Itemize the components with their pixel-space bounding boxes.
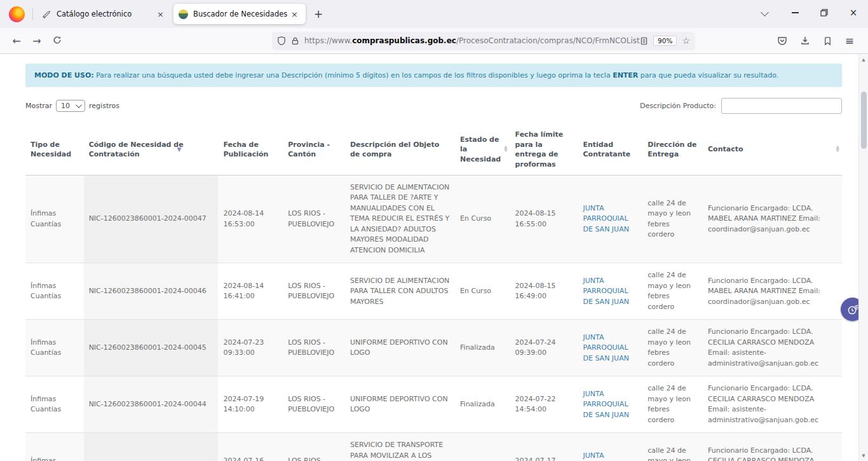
header-entidad[interactable]: Entidad Contratante (578, 124, 643, 175)
entidad-link[interactable]: JUNTA PARROQUIAL DE SAN JUAN (583, 204, 629, 233)
cell-entidad: JUNTA PARROQUIAL DE SAN JUAN (578, 433, 643, 461)
tab-divider (32, 8, 33, 20)
scrollbar-thumb[interactable] (861, 92, 867, 149)
header-label: Fecha límite para la entrega de proforma… (515, 130, 564, 168)
extensions-icon[interactable] (823, 36, 832, 46)
cell-descripcion: UNIFORME DEPORTIVO CON LOGO (345, 376, 455, 433)
window-close-button[interactable]: × (839, 0, 868, 25)
header-descripcion[interactable]: Descripción del Objeto de compra (345, 124, 455, 175)
firefox-logo-icon[interactable] (9, 6, 25, 22)
pocket-icon[interactable] (777, 36, 787, 46)
entidad-link[interactable]: JUNTA PARROQUIAL DE SAN JUAN (583, 451, 629, 461)
header-tipo-necesidad[interactable]: Tipo de Necesidad (25, 124, 84, 175)
cell-fecha-limite: 2024-07-17 11:10:00 (510, 433, 578, 461)
header-fecha-limite[interactable]: Fecha límite para la entrega de proforma… (510, 124, 578, 175)
cell-contacto: Funcionario Encargado: LCDA. MABEL ARANA… (703, 175, 842, 263)
cell-direccion: calle 24 de mayo y leon febres cordero (642, 376, 703, 433)
page-size-select[interactable]: 10 (56, 100, 85, 112)
cell-codigo: NIC-1260023860001-2024-00044 (84, 376, 219, 433)
table-row[interactable]: Ínfimas Cuantías NIC-1260023860001-2024-… (25, 263, 842, 320)
minimize-icon (792, 12, 799, 13)
reader-view-icon[interactable] (640, 37, 648, 45)
cell-contacto: Funcionario Encargado: LCDA. CECILIA CAR… (703, 376, 842, 433)
cell-codigo: NIC-1260023860001-2024-00045 (84, 320, 219, 376)
cell-contacto: Funcionario Encargado: LCDA. CECILIA CAR… (703, 433, 842, 461)
cell-direccion: calle 24 de mayo y leon febres cordero (642, 175, 703, 263)
new-tab-button[interactable]: + (308, 6, 329, 22)
url-domain: compraspublicas.gob.ec (352, 36, 456, 45)
cell-codigo: NIC-1260023860001-2024-00043 (84, 433, 219, 461)
header-label: Tipo de Necesidad (31, 141, 71, 158)
banner-bold-enter: ENTER (613, 71, 638, 79)
buscador-favicon-icon (179, 10, 188, 19)
vertical-scrollbar[interactable]: ▲ ▼ (858, 55, 868, 461)
tab-list-chevron-icon[interactable] (761, 8, 769, 17)
winged-clock-icon (846, 303, 860, 317)
reload-button[interactable] (47, 35, 67, 47)
banner-bold-prefix: MODO DE USO: (34, 71, 94, 79)
cell-provincia-canton: LOS RIOS - PUEBLOVIEJO (283, 320, 345, 376)
descripcion-producto-input[interactable] (721, 98, 842, 114)
filter-group: Descripción Producto: (640, 98, 842, 114)
cell-fecha-publicacion: 2024-08-14 16:53:00 (218, 175, 283, 263)
cell-tipo-necesidad: Ínfimas Cuantías (25, 320, 84, 376)
header-direccion[interactable]: Dirección de Entrega (642, 124, 703, 175)
forward-button[interactable]: → (27, 35, 47, 47)
tab-close-icon[interactable]: × (154, 10, 166, 19)
entidad-link[interactable]: JUNTA PARROQUIAL DE SAN JUAN (583, 390, 629, 419)
header-fecha-publicacion[interactable]: Fecha de Publicación (218, 124, 283, 175)
window-maximize-button[interactable] (810, 0, 839, 25)
zoom-level-button[interactable]: 90% (653, 36, 677, 46)
header-label: Estado de la Necesidad (460, 135, 501, 163)
lock-icon[interactable] (291, 37, 299, 45)
sort-desc-icon[interactable]: ▼ (177, 146, 181, 154)
sort-both-icon[interactable]: ▲▼ (836, 146, 839, 153)
cell-estado: Finalizada (455, 320, 510, 376)
reload-icon (53, 36, 62, 45)
filter-label: Descripción Producto: (640, 102, 716, 110)
sort-both-icon[interactable]: ▲▼ (504, 146, 507, 153)
entidad-link[interactable]: JUNTA PARROQUIAL DE SAN JUAN (583, 277, 629, 306)
browser-tab-bar: Catálogo electrónico × Buscador de Neces… (0, 0, 868, 28)
scrollbar-down-icon[interactable]: ▼ (859, 453, 868, 458)
cell-tipo-necesidad: Ínfimas Cuantías (25, 263, 84, 320)
browser-toolbar: ← → https://www.compraspublicas.gob.ec/P… (0, 28, 868, 54)
download-icon[interactable] (800, 36, 810, 46)
tab-catalogo-electronico[interactable]: Catálogo electrónico × (37, 0, 172, 28)
table-row[interactable]: Ínfimas Cuantías NIC-1260023860001-2024-… (25, 320, 842, 376)
header-codigo[interactable]: Código de Necesidad de Contratación▼ (84, 124, 219, 175)
page-content: MODO DE USO: Para realizar una búsqueda … (0, 54, 868, 461)
window-minimize-button[interactable] (780, 0, 810, 25)
url-text[interactable]: https://www.compraspublicas.gob.ec/Proce… (304, 36, 640, 45)
header-provincia-canton[interactable]: Provincia - Cantón (283, 124, 345, 175)
cell-contacto: Funcionario Encargado: LCDA. CECILIA CAR… (703, 320, 842, 376)
header-estado[interactable]: Estado de la Necesidad▲▼ (455, 124, 510, 175)
shield-icon[interactable] (277, 36, 286, 45)
header-label: Contacto (708, 145, 743, 153)
scrollbar-up-icon[interactable]: ▲ (859, 57, 868, 62)
back-button[interactable]: ← (6, 35, 27, 47)
cell-estado: En Curso (455, 175, 510, 263)
tab-buscador-necesidades[interactable]: Buscador de Necesidades de Co × (173, 4, 306, 24)
table-row[interactable]: Ínfimas Cuantías NIC-1260023860001-2024-… (25, 175, 842, 263)
window-controls: × (780, 0, 868, 25)
url-bar[interactable]: https://www.compraspublicas.gob.ec/Proce… (272, 32, 695, 50)
catalogo-favicon-icon (42, 10, 51, 19)
cell-tipo-necesidad: Ínfimas Cuantías (25, 175, 84, 263)
tab-close-icon[interactable]: × (288, 10, 301, 19)
cell-fecha-limite: 2024-08-15 16:55:00 (510, 175, 578, 263)
cell-estado: Finalizada (455, 376, 510, 433)
tab-title: Buscador de Necesidades de Co (193, 10, 288, 18)
chevron-down-icon (76, 102, 82, 109)
page-size-value: 10 (61, 102, 70, 110)
bookmark-star-icon[interactable]: ☆ (682, 36, 690, 46)
header-contacto[interactable]: Contacto▲▼ (703, 124, 842, 175)
entidad-link[interactable]: JUNTA PARROQUIAL DE SAN JUAN (583, 333, 629, 362)
table-row[interactable]: Ínfimas Cuantías NIC-1260023860001-2024-… (25, 376, 842, 433)
table-row[interactable]: Ínfimas Cuantías NIC-1260023860001-2024-… (25, 433, 842, 461)
table-controls: Mostrar 10 registros Descripción Product… (25, 98, 842, 114)
header-label: Entidad Contratante (583, 141, 631, 158)
cell-tipo-necesidad: Ínfimas Cuantías (25, 376, 84, 433)
menu-icon[interactable]: ≡ (845, 34, 854, 47)
show-label: Mostrar (25, 102, 52, 110)
